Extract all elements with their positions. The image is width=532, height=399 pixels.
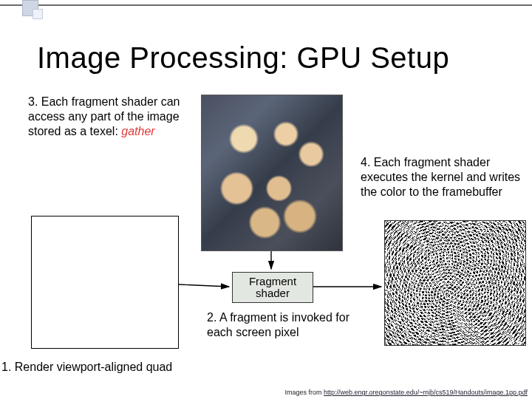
caption-step-3-text: 3. Each fragment shader can access any p… [28,95,180,137]
caption-step-3: 3. Each fragment shader can access any p… [28,95,198,139]
gather-keyword: gather [121,125,154,137]
caption-step-4: 4. Each fragment shader executes the ker… [361,155,527,200]
fragment-shader-label: Fragment shader [233,276,313,300]
arrow-quad-to-shader [179,284,229,287]
header-accent-square-small [33,9,43,19]
viewport-quad-box [31,216,179,349]
credits-prefix: Images from [285,389,324,396]
caption-step-1: 1. Render viewport-aligned quad [1,361,172,374]
credits-link[interactable]: http://web.engr.oregonstate.edu/~mjb/cs5… [324,389,528,396]
fragment-shader-node: Fragment shader [232,272,313,303]
header-rule [0,4,532,6]
input-color-image [201,95,343,251]
caption-step-2: 2. A fragment is invoked for each screen… [207,310,369,340]
output-edge-image [384,220,526,346]
page-title: Image Processing: GPU Setup [37,41,449,75]
image-credits: Images from http://web.engr.oregonstate.… [285,389,528,396]
